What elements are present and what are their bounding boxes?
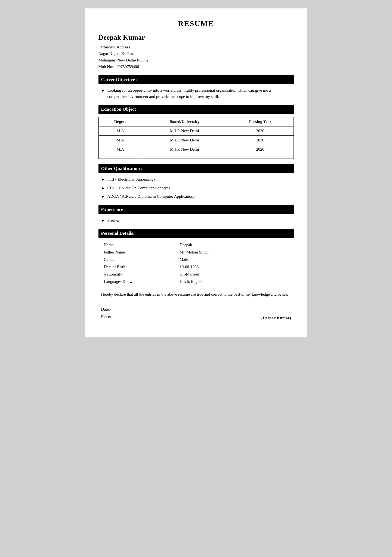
address-block: Permanent Address Nagar Nigam Ke Pass, M… [98,44,294,70]
list-item: ➤CCC ( Course On Computer Concept) [101,185,291,191]
candidate-name: Deepak Kumar [98,33,294,42]
personal-details-header: Personal Details: [98,229,294,238]
signature-block: Date:- Place:- (Deepak Kumar) [101,306,291,320]
personal-detail-row: Nationality Un-Married [102,271,291,278]
table-cell: M.A [98,145,142,154]
qualification-text: CCC ( Course On Computer Concept) [107,185,170,191]
bullet-arrow-icon: ➤ [101,194,105,200]
address-label: Permanent Address [98,44,294,50]
signatory-name: (Deepak Kumar) [261,316,291,320]
table-cell: M.A [98,126,142,136]
table-cell: 2020 [227,145,294,154]
table-cell [98,154,142,159]
col-board: Board/University [142,117,227,126]
resume-page: RESUME Deepak Kumar Permanent Address Na… [85,8,308,337]
personal-value: Deepak [177,242,290,248]
bullet-arrow-icon: ➤ [101,185,105,191]
date-place-block: Date:- Place:- [101,306,113,320]
table-row: M.AM.J.P. New Delhi2020 [98,145,294,154]
bullet-arrow-icon: ➤ [101,218,105,224]
col-degree: Degree [98,117,142,126]
edu-table-header-row: Degree Board/University Passing Year [98,117,294,126]
personal-label: Gender [102,256,177,263]
career-objective-content: ➤ Looking for an opportunity into a worl… [98,87,294,100]
other-qualification-content: ➤I.T.I ( Electrician Appearing)➤CCC ( Co… [98,176,294,200]
personal-label: Name [102,242,177,248]
date-label: Date:- [101,306,113,313]
other-qualification-header: Other Qualification : [98,164,294,173]
experience-content: ➤Fresher [98,217,294,224]
personal-label: Father Name [102,249,177,256]
address-line2: Mohanpur, New Delhi-100562 [98,57,294,63]
resume-title: RESUME [98,19,294,28]
table-cell: 2020 [227,126,294,136]
bullet-arrow-icon: ➤ [101,88,105,94]
qualification-text: I.T.I ( Electrician Appearing) [107,176,155,182]
table-cell: 2020 [227,136,294,145]
place-label: Place:- [101,313,113,320]
personal-detail-row: Languages Known Hindi, English [102,278,291,285]
personal-detail-row: Date of Birth 10-08-1996 [102,264,291,270]
list-item: ➤ADCA ( Advance Diploma in Computer Appl… [101,193,291,200]
personal-value: Male [177,256,290,263]
qualification-text: ADCA ( Advance Diploma in Computer Appli… [107,193,195,200]
personal-detail-row: Father Name Mr. Mohan Singh [102,249,291,256]
list-item: ➤I.T.I ( Electrician Appearing) [101,176,291,183]
personal-value: Mr. Mohan Singh [177,249,290,256]
education-header: Education Object [98,105,294,114]
personal-label: Nationality [102,271,177,278]
personal-value: 10-08-1996 [177,264,290,270]
experience-header: Experience : [98,205,294,214]
table-cell: M.A [98,136,142,145]
personal-detail-row: Gender Male [102,256,291,263]
personal-value: Un-Married [177,271,290,278]
table-cell: M.J.P. New Delhi [142,145,227,154]
career-objective-text: Looking for an opportunity into a world … [107,87,291,100]
table-cell [227,154,294,159]
table-cell [142,154,227,159]
mob-number: Mob No: - 09759759406 [98,63,294,70]
table-row: M.AM.J.P. New Delhi2020 [98,136,294,145]
career-objective-header: Career Objective : [98,75,294,84]
bullet-arrow-icon: ➤ [101,177,105,183]
personal-value: Hindi, English [177,278,290,285]
personal-label: Date of Birth [102,264,177,270]
table-row: M.AM.J.P. New Delhi2020 [98,126,294,136]
education-table: Degree Board/University Passing Year M.A… [98,117,294,159]
personal-table: Name Deepak Father Name Mr. Mohan Singh … [101,241,291,286]
table-cell: M.J.P. New Delhi [142,136,227,145]
personal-label: Languages Known [102,278,177,285]
table-cell: M.J.P. New Delhi [142,126,227,136]
career-objective-item: ➤ Looking for an opportunity into a worl… [101,87,291,100]
col-year: Passing Year [227,117,294,126]
list-item: ➤Fresher [101,217,291,224]
personal-details-content: Name Deepak Father Name Mr. Mohan Singh … [98,241,294,320]
table-row [98,154,294,159]
personal-detail-row: Name Deepak [102,242,291,248]
experience-text: Fresher [107,217,120,224]
declaration-text: Hereby declare that all the entries in t… [101,291,291,298]
address-line1: Nagar Nigam Ke Pass, [98,50,294,57]
